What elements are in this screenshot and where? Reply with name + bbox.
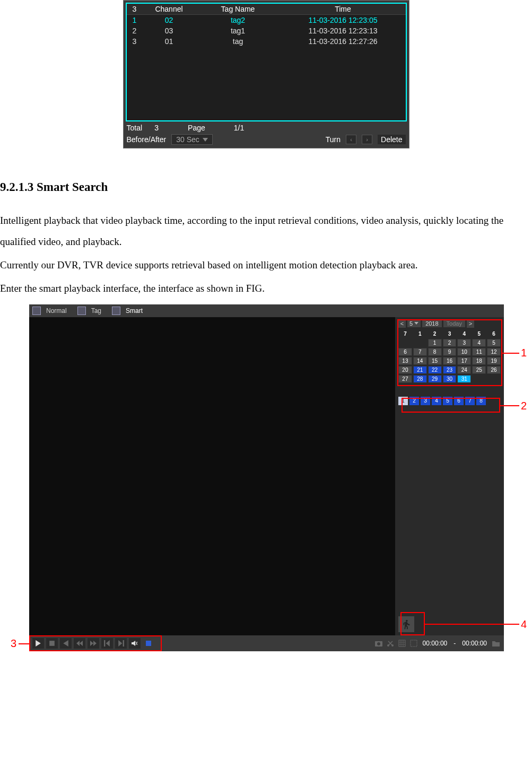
before-after-label: Before/After [127, 135, 167, 144]
svg-rect-1 [104, 640, 105, 647]
step-back-button[interactable] [101, 638, 113, 649]
calendar-day[interactable]: 30 [443, 375, 457, 383]
calendar-day[interactable]: 11 [472, 348, 486, 356]
today-button[interactable]: Today [443, 320, 465, 327]
calendar-day[interactable]: 9 [443, 348, 457, 356]
calendar-day[interactable]: 5 [487, 339, 501, 347]
calendar-day[interactable]: 20 [398, 366, 412, 374]
calendar-day[interactable]: 12 [487, 348, 501, 356]
turn-label: Turn [326, 135, 341, 144]
callout-label-3: 3 [11, 637, 16, 650]
calendar-day[interactable]: 25 [472, 366, 486, 374]
page-label: Page [188, 124, 205, 132]
calendar-day[interactable]: 31 [457, 375, 471, 383]
prev-page-button[interactable]: ‹ [346, 135, 356, 144]
open-folder-button[interactable] [491, 639, 501, 648]
calendar-day[interactable]: 28 [413, 375, 427, 383]
channel-button[interactable]: 4 [432, 397, 441, 405]
channel-button[interactable]: 5 [443, 397, 452, 405]
running-man-icon [400, 618, 412, 630]
record-stop-button[interactable] [143, 638, 154, 649]
channel-button[interactable]: 3 [421, 397, 430, 405]
calendar-day[interactable]: 29 [428, 375, 442, 383]
calendar-day[interactable]: 6 [398, 348, 412, 356]
callout-label-4: 4 [521, 618, 527, 631]
calendar-day [487, 375, 501, 383]
calendar-day[interactable]: 18 [472, 357, 486, 365]
snapshot-button[interactable] [374, 639, 383, 648]
smart-tab-icon [112, 307, 120, 315]
before-after-select[interactable]: 30 Sec [171, 134, 213, 145]
smart-search-motion-button[interactable] [398, 616, 414, 632]
calendar-day[interactable]: 22 [428, 366, 442, 374]
calendar-day[interactable]: 17 [457, 357, 471, 365]
calendar-grid: 7123456 [398, 330, 501, 338]
calendar-day[interactable]: 21 [413, 366, 427, 374]
fast-rewind-button[interactable] [74, 638, 85, 649]
calendar-day[interactable]: 8 [428, 348, 442, 356]
month-select[interactable]: 5 [407, 320, 421, 327]
svg-rect-0 [49, 641, 55, 646]
calendar-day[interactable]: 27 [398, 375, 412, 383]
calendar-day[interactable]: 14 [413, 357, 427, 365]
calendar-day[interactable]: 26 [487, 366, 501, 374]
svg-rect-7 [399, 640, 405, 647]
col-index: 3 [127, 5, 143, 13]
cell-ch: 01 [143, 37, 196, 46]
calendar-day[interactable]: 19 [487, 357, 501, 365]
tab-smart[interactable]: Smart [123, 307, 151, 315]
next-month-button[interactable]: > [467, 319, 474, 328]
video-viewport[interactable] [29, 317, 395, 635]
calendar-day[interactable]: 15 [428, 357, 442, 365]
year-value[interactable]: 2018 [422, 320, 441, 327]
calendar-dow: 3 [443, 330, 457, 338]
chevron-down-icon [203, 138, 208, 142]
table-row[interactable]: 1 02 tag2 11-03-2016 12:23:05 [127, 15, 406, 25]
calendar-day[interactable]: 24 [457, 366, 471, 374]
fast-forward-button[interactable] [88, 638, 99, 649]
calendar-day[interactable]: 1 [428, 339, 442, 347]
calendar-day [472, 375, 486, 383]
calendar-day[interactable]: 16 [443, 357, 457, 365]
table-row[interactable]: 3 01 tag 11-03-2016 12:27:26 [127, 36, 406, 47]
callout-line [502, 353, 519, 354]
rewind-button[interactable] [60, 638, 72, 649]
calendar-day[interactable]: 4 [472, 339, 486, 347]
cell-ch: 03 [143, 27, 196, 35]
region-button[interactable] [409, 639, 418, 648]
channel-button[interactable]: 6 [454, 397, 464, 405]
tab-tag[interactable]: Tag [88, 307, 110, 315]
calendar-day[interactable]: 3 [457, 339, 471, 347]
month-value: 5 [409, 320, 413, 327]
calendar-day[interactable]: 7 [413, 348, 427, 356]
tab-normal[interactable]: Normal [43, 307, 75, 315]
delete-button[interactable]: Delete [378, 135, 405, 144]
stop-button[interactable] [46, 638, 58, 649]
svg-rect-8 [411, 640, 417, 647]
calendar-day[interactable]: 10 [457, 348, 471, 356]
tag-tab-icon [77, 307, 86, 315]
table-row[interactable]: 2 03 tag1 11-03-2016 12:23:13 [127, 25, 406, 36]
svg-point-4 [377, 642, 380, 645]
play-button[interactable] [32, 638, 44, 649]
zoom-button[interactable] [397, 639, 407, 648]
channel-button[interactable]: 7 [465, 397, 475, 405]
calendar-day[interactable]: 23 [443, 366, 457, 374]
calendar-day[interactable]: 13 [398, 357, 412, 365]
cell-ch: 02 [143, 16, 196, 24]
before-after-value: 30 Sec [176, 135, 199, 144]
page-value: 1/1 [234, 124, 244, 132]
svg-rect-2 [123, 640, 124, 647]
prev-month-button[interactable]: < [398, 319, 406, 328]
channel-button[interactable]: 1 [398, 397, 408, 405]
calendar-dow: 4 [457, 330, 471, 338]
channel-button[interactable]: 2 [409, 397, 419, 405]
mute-button[interactable] [129, 638, 141, 649]
next-page-button[interactable]: › [362, 135, 372, 144]
channel-button[interactable]: 8 [476, 397, 486, 405]
step-forward-button[interactable] [115, 638, 127, 649]
calendar-day[interactable]: 2 [443, 339, 457, 347]
col-tagname: Tag Name [196, 5, 281, 13]
callout-label-1: 1 [521, 347, 527, 359]
clip-button[interactable] [386, 639, 395, 648]
